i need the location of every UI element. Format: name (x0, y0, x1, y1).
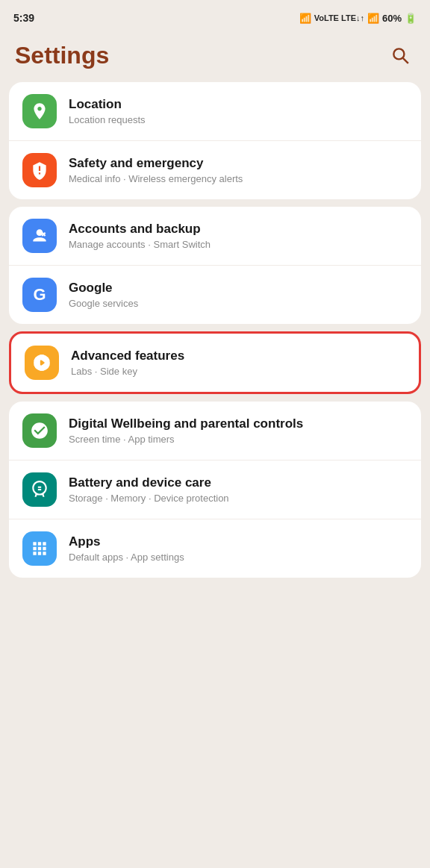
apps-text: Apps Default apps · App settings (69, 534, 184, 564)
status-right: 📶 VoLTE LTE↓↑ 📶 60% 🔋 (299, 13, 417, 24)
safety-title: Safety and emergency (69, 155, 243, 172)
settings-group-4: Digital Wellbeing and parental controls … (9, 402, 421, 578)
settings-group-2: Accounts and backup Manage accounts · Sm… (9, 207, 421, 324)
advanced-icon-bg (25, 346, 59, 380)
header: Settings (0, 33, 430, 82)
apps-subtitle: Default apps · App settings (69, 552, 184, 564)
settings-item-safety[interactable]: Safety and emergency Medical info · Wire… (9, 141, 421, 199)
settings-item-accounts[interactable]: Accounts and backup Manage accounts · Sm… (9, 207, 421, 266)
settings-item-location[interactable]: Location Location requests (9, 82, 421, 141)
apps-icon (30, 539, 49, 558)
battery-subtitle: Storage · Memory · Device protection (69, 493, 229, 505)
safety-subtitle: Medical info · Wireless emergency alerts (69, 173, 243, 186)
battery-text: Battery and device care Storage · Memory… (69, 475, 229, 505)
settings-group-1: Location Location requests Safety and em… (9, 82, 421, 199)
advanced-title: Advanced features (71, 348, 184, 364)
wellbeing-title: Digital Wellbeing and parental controls (69, 416, 303, 432)
svg-line-1 (403, 58, 408, 63)
safety-icon-bg (22, 153, 57, 187)
svg-point-0 (393, 49, 404, 59)
location-text: Location Location requests (69, 96, 146, 127)
wellbeing-text: Digital Wellbeing and parental controls … (69, 416, 303, 446)
wellbeing-icon-bg (22, 413, 57, 448)
battery-icon: 🔋 (405, 13, 417, 24)
accounts-title: Accounts and backup (69, 221, 211, 237)
battery-title: Battery and device care (69, 475, 229, 491)
accounts-subtitle: Manage accounts · Smart Switch (69, 239, 211, 252)
google-icon: G (33, 285, 46, 305)
advanced-text: Advanced features Labs · Side key (71, 348, 184, 378)
google-subtitle: Google services (69, 298, 138, 310)
signal-text: VoLTE LTE↓↑ (314, 13, 364, 22)
battery-device-icon (30, 480, 49, 499)
google-text: Google Google services (69, 280, 138, 310)
battery-text: 60% (382, 13, 402, 24)
safety-icon (30, 160, 49, 180)
location-subtitle: Location requests (69, 114, 146, 127)
status-bar: 5:39 📶 VoLTE LTE↓↑ 📶 60% 🔋 (0, 0, 430, 33)
wifi-icon: 📶 (299, 13, 311, 24)
apps-title: Apps (69, 534, 184, 550)
advanced-subtitle: Labs · Side key (71, 366, 184, 378)
settings-item-google[interactable]: G Google Google services (9, 266, 421, 324)
settings-item-apps[interactable]: Apps Default apps · App settings (9, 519, 421, 578)
wellbeing-icon (30, 421, 49, 440)
location-icon-bg (22, 94, 57, 128)
status-time: 5:39 (13, 12, 34, 24)
google-icon-bg: G (22, 278, 57, 312)
accounts-icon-bg (22, 219, 57, 253)
page-title: Settings (15, 42, 109, 69)
settings-content: Location Location requests Safety and em… (0, 82, 430, 578)
search-icon (390, 46, 410, 65)
location-title: Location (69, 96, 146, 113)
battery-icon-bg (22, 472, 57, 507)
google-title: Google (69, 280, 138, 296)
location-icon (30, 102, 49, 121)
safety-text: Safety and emergency Medical info · Wire… (69, 155, 243, 186)
settings-group-advanced: Advanced features Labs · Side key (9, 331, 421, 394)
advanced-icon (32, 353, 52, 372)
search-button[interactable] (385, 40, 415, 70)
settings-item-advanced[interactable]: Advanced features Labs · Side key (11, 334, 419, 392)
bars-icon: 📶 (367, 13, 379, 24)
settings-item-wellbeing[interactable]: Digital Wellbeing and parental controls … (9, 402, 421, 460)
settings-item-battery[interactable]: Battery and device care Storage · Memory… (9, 460, 421, 519)
wellbeing-subtitle: Screen time · App timers (69, 434, 303, 446)
accounts-icon (30, 226, 49, 246)
apps-icon-bg (22, 531, 57, 566)
accounts-text: Accounts and backup Manage accounts · Sm… (69, 221, 211, 252)
